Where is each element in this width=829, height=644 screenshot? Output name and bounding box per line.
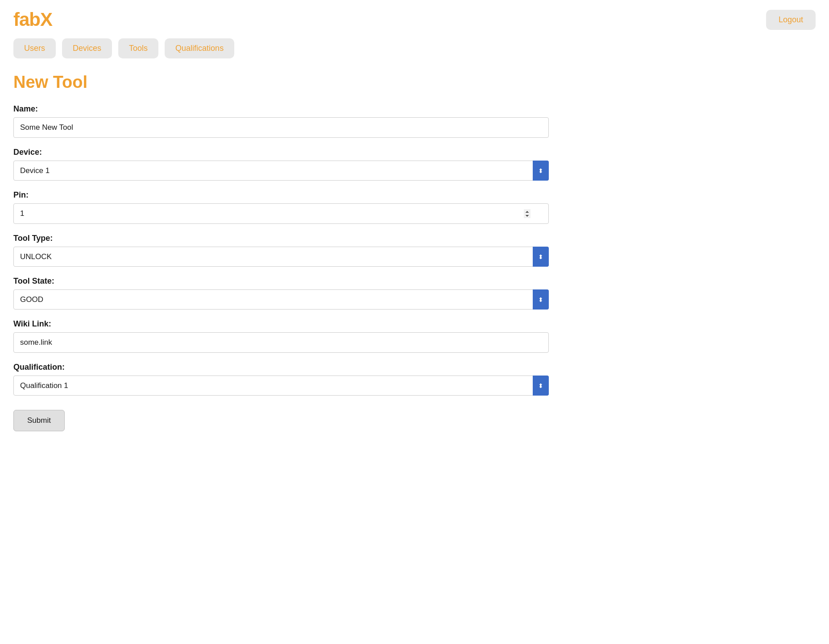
tool-state-select[interactable]: GOOD BAD UNKNOWN xyxy=(13,289,549,310)
wiki-link-label: Wiki Link: xyxy=(13,319,549,329)
nav-qualifications[interactable]: Qualifications xyxy=(165,38,234,58)
new-tool-form: New Tool Name: Device: Device 1 Device 2… xyxy=(13,73,549,431)
qualification-select-wrapper: Qualification 1 Qualification 2 xyxy=(13,376,549,396)
name-label: Name: xyxy=(13,104,549,114)
name-field-group: Name: xyxy=(13,104,549,138)
nav-devices[interactable]: Devices xyxy=(62,38,112,58)
device-field-group: Device: Device 1 Device 2 Device 3 xyxy=(13,148,549,181)
header: fabX Logout xyxy=(13,9,816,30)
qualification-select[interactable]: Qualification 1 Qualification 2 xyxy=(13,376,549,396)
pin-label: Pin: xyxy=(13,190,549,200)
page-title: New Tool xyxy=(13,73,549,92)
submit-button[interactable]: Submit xyxy=(13,410,65,431)
wiki-link-field-group: Wiki Link: xyxy=(13,319,549,353)
qualification-field-group: Qualification: Qualification 1 Qualifica… xyxy=(13,363,549,396)
nav-users[interactable]: Users xyxy=(13,38,56,58)
app-logo: fabX xyxy=(13,9,52,30)
pin-input[interactable] xyxy=(13,203,549,224)
tool-type-field-group: Tool Type: UNLOCK KEEP SWITCH xyxy=(13,234,549,267)
tool-type-select-wrapper: UNLOCK KEEP SWITCH xyxy=(13,247,549,267)
tool-type-select[interactable]: UNLOCK KEEP SWITCH xyxy=(13,247,549,267)
device-select-wrapper: Device 1 Device 2 Device 3 xyxy=(13,161,549,181)
tool-state-field-group: Tool State: GOOD BAD UNKNOWN xyxy=(13,277,549,310)
tool-type-label: Tool Type: xyxy=(13,234,549,243)
name-input[interactable] xyxy=(13,117,549,138)
nav-tools[interactable]: Tools xyxy=(118,38,158,58)
device-select[interactable]: Device 1 Device 2 Device 3 xyxy=(13,161,549,181)
wiki-link-input[interactable] xyxy=(13,332,549,353)
device-label: Device: xyxy=(13,148,549,157)
tool-state-select-wrapper: GOOD BAD UNKNOWN xyxy=(13,289,549,310)
pin-input-wrapper xyxy=(13,203,549,224)
qualification-label: Qualification: xyxy=(13,363,549,372)
tool-state-label: Tool State: xyxy=(13,277,549,286)
pin-field-group: Pin: xyxy=(13,190,549,224)
logout-button[interactable]: Logout xyxy=(766,10,816,30)
navigation: Users Devices Tools Qualifications xyxy=(13,38,816,58)
